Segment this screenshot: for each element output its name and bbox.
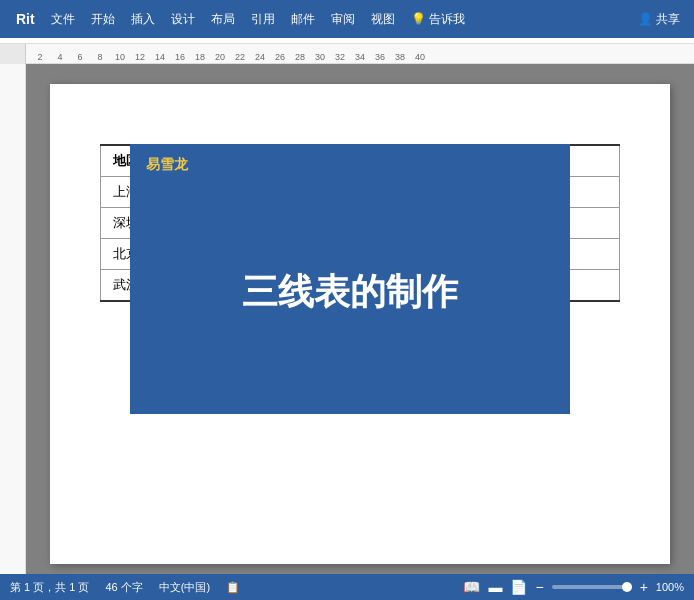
ruler-tick: 24 [250,53,270,63]
popup-author: 易雪龙 [146,156,554,174]
menu-mail[interactable]: 邮件 [283,7,323,32]
ruler-tick: 36 [370,53,390,63]
ruler-ticks: 246810121416182022242628303234363840 [26,44,694,63]
menu-items: 文件 开始 插入 设计 布局 引用 邮件 审阅 视图 💡告诉我 [43,7,632,32]
zoom-in-icon[interactable]: + [640,579,648,595]
status-words: 46 个字 [105,580,142,595]
ruler-tick: 16 [170,53,190,63]
lightbulb-icon: 💡 [411,12,426,26]
menu-help[interactable]: 💡告诉我 [403,7,473,32]
menu-bar: Rit 文件 开始 插入 设计 布局 引用 邮件 审阅 视图 💡告诉我 👤共享 [0,0,694,38]
status-bar: 第 1 页，共 1 页 46 个字 中文(中国) 📋 📖 ▬ 📄 − + 100… [0,574,694,600]
ruler-tick: 6 [70,53,90,63]
horizontal-ruler: 246810121416182022242628303234363840 [26,44,694,63]
zoom-level: 100% [656,581,684,593]
ruler-tick: 30 [310,53,330,63]
ruler-tick: 14 [150,53,170,63]
content-area: 地区6月 上海2520深圳3200北京1650武汉1100 易雪龙 三线表的制作 [0,64,694,574]
document-page: 地区6月 上海2520深圳3200北京1650武汉1100 易雪龙 三线表的制作 [50,84,670,564]
ruler-tick: 26 [270,53,290,63]
ruler-tick: 40 [410,53,430,63]
ruler-tick: 22 [230,53,250,63]
share-icon: 👤 [638,12,653,26]
menu-layout[interactable]: 布局 [203,7,243,32]
menu-view[interactable]: 视图 [363,7,403,32]
menu-file[interactable]: 文件 [43,7,83,32]
zoom-thumb [622,582,632,592]
ruler-tick: 32 [330,53,350,63]
ruler-tick: 34 [350,53,370,63]
menu-share[interactable]: 👤共享 [632,7,686,32]
app-title: Rit [8,11,43,27]
status-lang: 中文(中国) [159,580,210,595]
menu-review[interactable]: 审阅 [323,7,363,32]
document-area[interactable]: 地区6月 上海2520深圳3200北京1650武汉1100 易雪龙 三线表的制作 [26,64,694,574]
ruler-tick: 4 [50,53,70,63]
menu-right-actions: 👤共享 [632,7,686,32]
menu-home[interactable]: 开始 [83,7,123,32]
menu-design[interactable]: 设计 [163,7,203,32]
vertical-ruler [0,64,26,574]
view-read-icon[interactable]: 📖 [463,579,480,595]
ruler-tick: 28 [290,53,310,63]
view-web-icon[interactable]: 📄 [510,579,527,595]
ruler-corner [0,44,26,64]
zoom-out-icon[interactable]: − [535,579,543,595]
status-lang-icon: 📋 [226,581,240,594]
ruler-tick: 10 [110,53,130,63]
zoom-slider[interactable] [552,585,632,589]
status-page: 第 1 页，共 1 页 [10,580,89,595]
popup-title: 三线表的制作 [146,182,554,402]
ruler-container: 246810121416182022242628303234363840 [0,44,694,64]
ruler-tick: 38 [390,53,410,63]
menu-insert[interactable]: 插入 [123,7,163,32]
ruler-tick: 20 [210,53,230,63]
ruler-tick: 8 [90,53,110,63]
overlay-popup: 易雪龙 三线表的制作 [130,144,570,414]
ruler-tick: 2 [30,53,50,63]
ruler-tick: 18 [190,53,210,63]
status-right: 📖 ▬ 📄 − + 100% [463,579,684,595]
view-print-icon[interactable]: ▬ [488,579,502,595]
menu-reference[interactable]: 引用 [243,7,283,32]
ruler-tick: 12 [130,53,150,63]
